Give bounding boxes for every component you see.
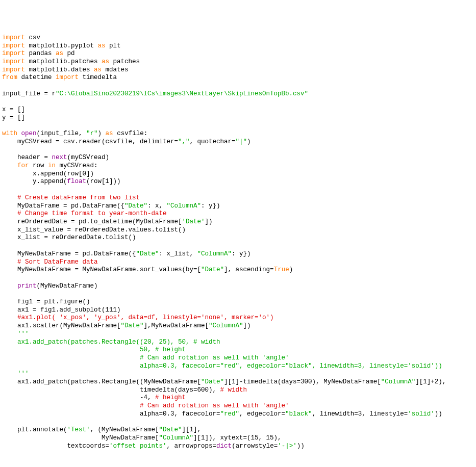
- code-token: csvfile:: [113, 130, 148, 137]
- code-line: [2, 274, 474, 282]
- code-token: "Date": [121, 322, 144, 329]
- code-token: # height: [155, 394, 186, 401]
- code-line: import csv: [2, 34, 474, 42]
- code-line: header = next(myCSVread): [2, 154, 474, 162]
- code-line: 50, # height: [2, 346, 474, 354]
- code-token: in: [48, 162, 56, 169]
- code-token: fig1 = plt.figure(): [2, 298, 90, 305]
- code-token: pd: [63, 50, 75, 57]
- code-line: x = []: [2, 106, 474, 114]
- code-line: ''': [2, 330, 474, 339]
- code-line: MyNewDataFrame = pd.DataFrame({"Date": x…: [2, 250, 474, 258]
- code-line: alpha=0.3, facecolor="red", edgecolor="b…: [2, 362, 474, 371]
- code-token: as: [102, 58, 109, 65]
- code-token: csv: [25, 34, 40, 41]
- code-token: "red": [220, 410, 240, 418]
- code-token: dict: [216, 443, 232, 450]
- code-token: , quotechar=: [190, 138, 236, 145]
- code-line: [2, 122, 474, 131]
- code-line: reOrderedDate = pd.to_datetime(MyDataFra…: [2, 218, 474, 226]
- code-token: with: [2, 130, 17, 137]
- code-token: (MyNewDataFrame): [37, 282, 98, 290]
- code-token: [2, 162, 17, 169]
- code-token: 'Date': [182, 218, 205, 225]
- code-token: import: [2, 58, 25, 65]
- code-token: , (MyNewDataFrame[: [90, 426, 159, 433]
- code-token: # Can add rotation as well with 'angle': [2, 354, 289, 361]
- code-line: MyDataFrame = pd.DataFrame({"Date": x, "…: [2, 202, 474, 211]
- code-token: # width: [220, 386, 247, 394]
- code-token: # Change time format to year-month-date: [17, 210, 167, 217]
- code-line: [2, 458, 474, 466]
- code-line: x_list_value = reOrderedDate.values.toli…: [2, 226, 474, 235]
- code-line: # Sort DataFrame data: [2, 258, 474, 267]
- code-token: MyNewDataFrame = pd.DataFrame({: [2, 250, 136, 257]
- code-token: import: [2, 66, 25, 73]
- code-token: "black": [285, 410, 312, 418]
- code-token: # Can add rotation as well with 'angle': [140, 402, 289, 409]
- code-line: # Change time format to year-month-date: [2, 210, 474, 218]
- code-line: plt.annotate('Test', (MyNewDataFrame["Da…: [2, 426, 474, 434]
- code-line: import matplotlib.pyplot as plt: [2, 42, 474, 50]
- code-token: [2, 210, 17, 217]
- code-token: "Date": [124, 202, 147, 210]
- code-token: as: [94, 66, 102, 73]
- code-token: ]): [205, 218, 213, 225]
- code-token: ax1.scatter(MyNewDataFrame[: [2, 322, 121, 329]
- code-token: (myCSVread): [67, 154, 110, 161]
- code-line: y.append(float(row[1])): [2, 178, 474, 186]
- code-token: "r": [86, 130, 98, 137]
- code-line: [2, 82, 474, 90]
- code-token: 'Test': [67, 426, 90, 433]
- code-token: import: [56, 74, 79, 81]
- code-token: alpha=0.3, facecolor="red", edgecolor="b…: [2, 362, 442, 370]
- code-token: textcoords=: [2, 443, 109, 450]
- code-line: [2, 290, 474, 298]
- code-token: 'solid': [408, 410, 435, 418]
- code-token: y.append(: [2, 178, 67, 185]
- code-token: "Date": [201, 378, 224, 385]
- code-token: y = []: [2, 114, 25, 121]
- code-token: '-|>': [278, 443, 297, 450]
- code-token: ], ascending=: [224, 266, 274, 273]
- code-token: "Date": [201, 266, 224, 273]
- code-token: ][1]), xytext=(15, 15),: [193, 434, 282, 442]
- code-token: ",": [178, 138, 190, 145]
- code-token: float: [67, 178, 87, 185]
- code-token: as: [106, 130, 113, 137]
- code-line: # Create dataFrame from two list: [2, 194, 474, 202]
- code-token: datetime: [17, 74, 56, 81]
- code-line: [2, 98, 474, 106]
- code-token: "C:\GlobalSino20230219\ICs\images3\NextL…: [56, 90, 308, 97]
- code-token: )): [435, 410, 442, 418]
- code-line: import pandas as pd: [2, 50, 474, 58]
- code-line: [2, 450, 474, 458]
- code-token: "ColumnA": [209, 322, 243, 329]
- code-block: import csvimport matplotlib.pyplot as pl…: [2, 34, 474, 467]
- code-token: 'offset points': [109, 443, 167, 450]
- code-token: "Date": [159, 426, 182, 433]
- code-line: ''': [2, 370, 474, 378]
- code-token: timedelta: [79, 74, 117, 81]
- code-token: pandas: [25, 50, 56, 57]
- code-token: ): [247, 138, 251, 145]
- code-token: 50, # height: [2, 346, 186, 353]
- code-token: [2, 282, 17, 290]
- code-token: reOrderedDate = pd.to_datetime(MyDataFra…: [2, 218, 182, 225]
- code-token: ''': [2, 370, 29, 377]
- code-token: ): [289, 266, 293, 273]
- code-line: MyNewDataFrame = MyNewDataFrame.sort_val…: [2, 266, 474, 274]
- code-token: , edgecolor=: [239, 410, 285, 418]
- code-token: MyNewDataFrame = MyNewDataFrame.sort_val…: [2, 266, 201, 273]
- code-token: ],MyNewDataFrame[: [144, 322, 209, 329]
- code-token: # Sort DataFrame data: [17, 258, 98, 266]
- code-token: # Create dataFrame from two list: [17, 194, 140, 201]
- code-token: import: [2, 50, 25, 57]
- code-token: from: [2, 74, 17, 81]
- code-token: matplotlib.dates: [25, 66, 94, 73]
- code-token: ]): [243, 322, 251, 329]
- code-token: MyNewDataFrame[: [2, 434, 159, 442]
- code-token: [2, 402, 140, 409]
- code-line: fig1 = plt.figure(): [2, 298, 474, 306]
- code-token: , arrowprops=: [167, 443, 217, 450]
